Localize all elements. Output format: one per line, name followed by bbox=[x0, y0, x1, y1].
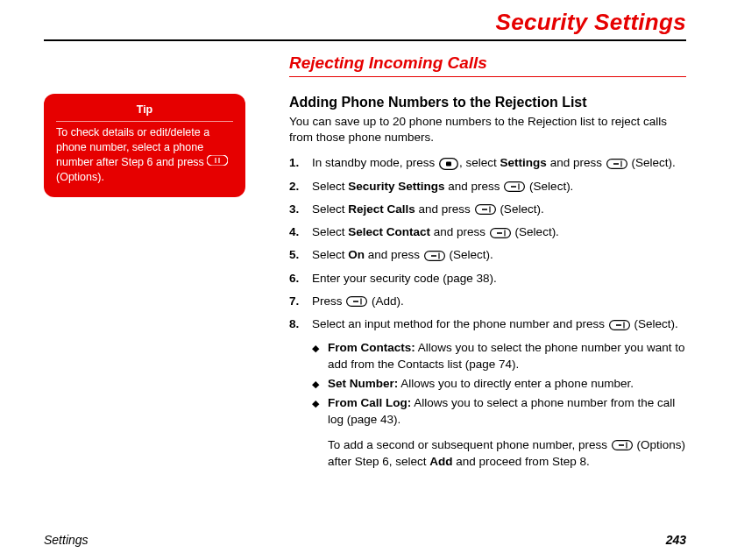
page-number: 243 bbox=[666, 533, 686, 547]
section-heading: Rejecting Incoming Calls bbox=[289, 53, 686, 77]
step-text: Enter your security code (page 38). bbox=[312, 272, 497, 285]
step-text: (Select). bbox=[497, 202, 544, 216]
footer-section: Settings bbox=[44, 533, 89, 547]
step-text: (Select). bbox=[631, 317, 678, 330]
step-text: (Select). bbox=[512, 225, 559, 238]
step-text: and press bbox=[547, 156, 606, 169]
softkey-left-icon bbox=[606, 159, 627, 169]
softkey-left-icon bbox=[609, 320, 630, 330]
bullet-text: Allows you to directly enter a phone num… bbox=[398, 377, 634, 390]
steps-list: In standby mode, press , select Settings… bbox=[289, 154, 686, 333]
softkey-left-icon bbox=[612, 440, 633, 450]
step-7: Press (Add). bbox=[289, 293, 686, 310]
step-bold: Security Settings bbox=[348, 180, 444, 193]
step-1: In standby mode, press , select Settings… bbox=[289, 154, 686, 172]
note-text: To add a second or subsequent phone numb… bbox=[328, 437, 686, 471]
tip-text-post: (Options). bbox=[56, 171, 104, 183]
tip-title: Tip bbox=[56, 103, 233, 122]
step-text: and press bbox=[365, 248, 423, 261]
page-footer: Settings 243 bbox=[44, 533, 686, 547]
step-text: Press bbox=[312, 294, 345, 308]
step-bold: Settings bbox=[500, 156, 547, 169]
main-column: Rejecting Incoming Calls Adding Phone Nu… bbox=[289, 41, 686, 471]
content-area: Tip To check details or edit/delete a ph… bbox=[0, 41, 730, 471]
step-text: (Select). bbox=[526, 180, 573, 193]
sidebar: Tip To check details or edit/delete a ph… bbox=[44, 41, 289, 471]
step-text: In standby mode, press bbox=[312, 156, 438, 169]
softkey-right-icon bbox=[207, 155, 228, 170]
bullet-from-contacts: From Contacts: Allows you to select the … bbox=[312, 340, 686, 373]
softkey-left-icon bbox=[424, 251, 445, 261]
step-8: Select an input method for the phone num… bbox=[289, 315, 686, 333]
step-bold: Select Contact bbox=[348, 225, 430, 238]
step-text: and press bbox=[445, 180, 504, 193]
page-header: Security Settings bbox=[0, 0, 730, 39]
step-text: Select bbox=[312, 248, 348, 261]
step-5: Select On and press (Select). bbox=[289, 246, 686, 264]
step-text: , select bbox=[459, 156, 500, 169]
softkey-left-icon bbox=[504, 181, 525, 192]
bullet-label: From Contacts: bbox=[328, 341, 415, 354]
bullet-label: From Call Log: bbox=[328, 396, 411, 409]
tip-text-pre: To check details or edit/delete a phone … bbox=[56, 126, 209, 168]
note-part: and proceed from Step 8. bbox=[453, 455, 590, 468]
bullet-set-number: Set Number: Allows you to directly enter… bbox=[312, 376, 686, 393]
subheading: Adding Phone Numbers to the Rejection Li… bbox=[289, 95, 686, 110]
softkey-left-icon bbox=[346, 296, 367, 307]
step-4: Select Select Contact and press (Select)… bbox=[289, 223, 686, 241]
step-text: (Select). bbox=[628, 156, 676, 169]
softkey-left-icon bbox=[490, 228, 511, 238]
step-6: Enter your security code (page 38). bbox=[289, 270, 686, 287]
step-3: Select Reject Calls and press (Select). bbox=[289, 201, 686, 218]
step-text: (Select). bbox=[446, 248, 493, 261]
intro-text: You can save up to 20 phone numbers to t… bbox=[289, 114, 686, 145]
svg-rect-0 bbox=[207, 155, 228, 166]
tip-body: To check details or edit/delete a phone … bbox=[56, 125, 233, 185]
step-bold: On bbox=[348, 248, 365, 261]
step-text: Select bbox=[312, 202, 348, 216]
svg-rect-4 bbox=[446, 161, 451, 166]
step-bold: Reject Calls bbox=[348, 202, 415, 216]
note-part: To add a second or subsequent phone numb… bbox=[328, 438, 611, 451]
note-bold: Add bbox=[429, 455, 452, 468]
step-text: (Add). bbox=[368, 294, 404, 308]
bullet-label: Set Number: bbox=[328, 377, 398, 390]
page-title: Security Settings bbox=[0, 9, 686, 36]
step-2: Select Security Settings and press (Sele… bbox=[289, 178, 686, 195]
step-text: Select an input method for the phone num… bbox=[312, 317, 608, 330]
step-text: and press bbox=[415, 202, 474, 216]
center-key-icon bbox=[439, 158, 458, 170]
softkey-left-icon bbox=[475, 204, 496, 215]
bullets-list: From Contacts: Allows you to select the … bbox=[312, 340, 686, 428]
step-text: Select bbox=[312, 180, 348, 193]
bullet-from-call-log: From Call Log: Allows you to select a ph… bbox=[312, 395, 686, 429]
step-text: and press bbox=[430, 225, 489, 238]
tip-box: Tip To check details or edit/delete a ph… bbox=[44, 94, 245, 197]
step-text: Select bbox=[312, 225, 348, 238]
